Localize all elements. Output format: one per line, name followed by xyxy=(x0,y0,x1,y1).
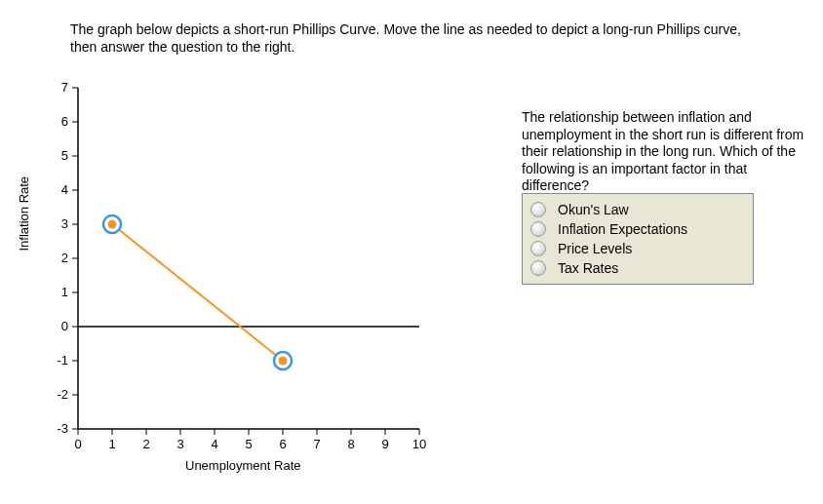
y-tick-label: 6 xyxy=(49,114,68,129)
option-tax-rates[interactable]: Tax Rates xyxy=(527,258,749,278)
x-tick-label: 3 xyxy=(171,437,190,451)
radio-icon xyxy=(530,241,546,256)
y-tick-label: -1 xyxy=(49,353,68,368)
question-text: The relationship between inflation and u… xyxy=(522,109,804,195)
radio-icon xyxy=(530,260,546,276)
x-tick-label: 0 xyxy=(68,437,88,451)
x-tick-label: 7 xyxy=(307,437,327,451)
y-tick-label: 7 xyxy=(49,80,68,95)
x-tick-label: 2 xyxy=(137,437,156,451)
x-tick-label: 10 xyxy=(410,437,429,451)
y-tick-label: 0 xyxy=(49,319,68,333)
drag-handle[interactable] xyxy=(103,215,121,233)
instructions-text: The graph below depicts a short-run Phil… xyxy=(70,21,753,56)
option-label: Okun's Law xyxy=(558,202,629,217)
y-tick-label: 5 xyxy=(49,148,68,163)
x-tick-label: 4 xyxy=(205,437,224,451)
x-axis-label: Unemployment Rate xyxy=(185,458,301,473)
option-okuns-law[interactable]: Okun's Law xyxy=(527,200,749,219)
y-tick-label: 4 xyxy=(49,182,68,197)
option-inflation-expectations[interactable]: Inflation Expectations xyxy=(527,219,749,239)
x-tick-label: 9 xyxy=(375,437,395,451)
option-label: Inflation Expectations xyxy=(558,221,687,237)
option-label: Price Levels xyxy=(558,241,632,256)
option-price-levels[interactable]: Price Levels xyxy=(527,239,749,258)
option-label: Tax Rates xyxy=(558,260,618,276)
x-tick-label: 5 xyxy=(239,437,258,451)
radio-icon xyxy=(530,202,546,217)
y-tick-label: 2 xyxy=(49,251,68,265)
y-tick-label: 3 xyxy=(49,216,68,231)
x-tick-label: 1 xyxy=(102,437,122,451)
svg-point-26 xyxy=(108,220,117,229)
svg-point-28 xyxy=(279,357,288,366)
y-tick-label: -3 xyxy=(49,421,68,436)
drag-handle[interactable] xyxy=(274,352,292,369)
options-box: Okun's Law Inflation Expectations Price … xyxy=(522,193,754,285)
y-axis-label: Inflation Rate xyxy=(17,176,31,252)
x-tick-label: 6 xyxy=(273,437,293,451)
x-tick-label: 8 xyxy=(341,437,361,451)
radio-icon xyxy=(530,221,546,237)
y-tick-label: 1 xyxy=(49,285,68,299)
phillips-curve-chart[interactable]: Inflation Rate Unemployment Rate -3-2-10… xyxy=(29,68,439,451)
y-tick-label: -2 xyxy=(49,387,68,402)
